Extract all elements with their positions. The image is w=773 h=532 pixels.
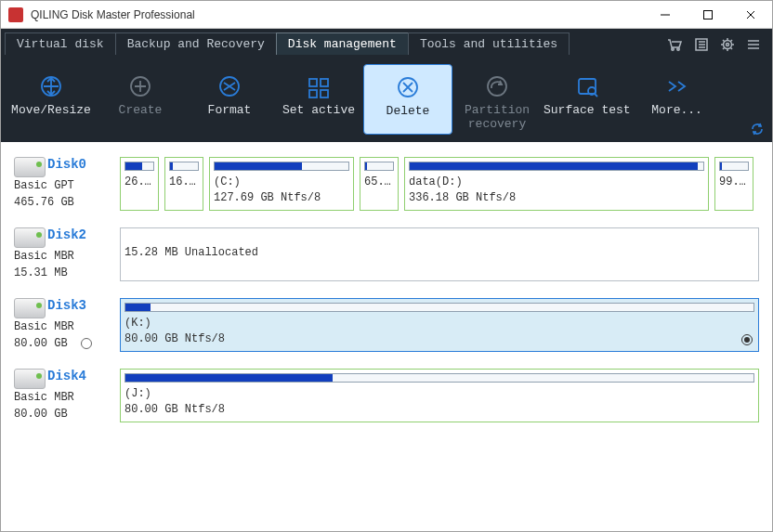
disk-icon: [14, 227, 46, 248]
partition-info: 80.00 GB Ntfs/8: [124, 331, 754, 347]
refresh-icon[interactable]: [750, 123, 765, 138]
svg-rect-10: [321, 79, 328, 86]
window-title: QILING Disk Master Professional: [31, 8, 644, 21]
partition-info: 26...: [124, 175, 154, 190]
more-icon: [635, 70, 720, 103]
tool-more[interactable]: More...: [633, 64, 722, 135]
set-active-icon: [276, 70, 361, 103]
tab-disk-management[interactable]: Disk management: [276, 32, 409, 55]
tool-delete[interactable]: Delete: [363, 64, 452, 135]
disk-type: Basic MBR: [14, 318, 111, 335]
tab-tools-and-utilities[interactable]: Tools and utilities: [408, 32, 570, 55]
svg-rect-11: [309, 90, 317, 97]
disk-name[interactable]: Disk4: [47, 369, 86, 383]
partition[interactable]: 16...: [164, 157, 203, 211]
partition[interactable]: (C:)127.69 GB Ntfs/8: [209, 157, 354, 211]
tool-partition-recovery[interactable]: Partitionrecovery: [452, 64, 542, 135]
disk-type: Basic MBR: [14, 248, 111, 265]
usage-bar: [214, 162, 349, 171]
minimize-button[interactable]: [644, 1, 687, 28]
disk-radio[interactable]: [81, 338, 92, 349]
disk-name[interactable]: Disk3: [47, 298, 86, 313]
tool-label: Move/Resize: [8, 103, 94, 117]
tool-move-resize[interactable]: Move/Resize: [7, 64, 96, 135]
disk-icon: [14, 369, 46, 389]
usage-bar: [124, 162, 154, 171]
partition-label: (J:): [124, 386, 754, 402]
disk-icon: [14, 157, 46, 177]
partition-info: 127.69 GB Ntfs/8: [214, 190, 349, 206]
partition[interactable]: 15.28 MB Unallocated: [120, 227, 759, 281]
gear-icon[interactable]: [720, 37, 735, 55]
disk-row: Disk4Basic MBR80.00 GB(J:)80.00 GB Ntfs/…: [14, 369, 759, 422]
disk-row: Disk0Basic GPT465.76 GB26...16...(C:)127…: [14, 157, 759, 211]
usage-bar: [719, 162, 749, 171]
disk-size: 80.00 GB: [14, 406, 111, 422]
usage-bar: [169, 162, 199, 171]
tab-virtual-disk[interactable]: Virtual disk: [5, 32, 116, 55]
menu-icon[interactable]: [746, 37, 761, 55]
partition-info: 15.28 MB Unallocated: [124, 245, 754, 261]
svg-rect-15: [579, 79, 596, 94]
partition[interactable]: 65...: [360, 157, 399, 211]
svg-rect-9: [309, 79, 317, 86]
format-icon: [187, 70, 272, 103]
disk-icon: [14, 298, 46, 318]
surface-test-icon: [544, 70, 631, 103]
svg-point-2: [677, 48, 679, 50]
partition-info: 65...: [364, 175, 394, 190]
tool-create[interactable]: Create: [96, 64, 185, 135]
disk-row: Disk2Basic MBR15.31 MB15.28 MB Unallocat…: [14, 227, 759, 281]
tool-label: Format: [187, 103, 272, 117]
svg-point-5: [727, 44, 729, 46]
partition-label: (C:): [214, 175, 349, 190]
tool-set-active[interactable]: Set active: [274, 64, 363, 135]
partition-info: 336.18 GB Ntfs/8: [409, 190, 704, 206]
tool-format[interactable]: Format: [185, 64, 274, 135]
tool-label: Partitionrecovery: [454, 103, 540, 131]
svg-point-1: [672, 48, 674, 50]
svg-rect-0: [704, 10, 713, 19]
tab-backup-and-recovery[interactable]: Backup and Recovery: [115, 32, 277, 55]
svg-point-14: [488, 77, 506, 96]
tool-label: Delete: [366, 104, 450, 118]
app-logo: [8, 7, 23, 22]
partition-info: 80.00 GB Ntfs/8: [124, 402, 754, 418]
tool-label: Create: [98, 103, 183, 117]
disk-size: 15.31 MB: [14, 265, 111, 281]
partition[interactable]: 26...: [120, 157, 159, 211]
tool-label: More...: [635, 103, 720, 117]
tool-label: Surface test: [544, 103, 631, 117]
svg-point-4: [724, 41, 732, 49]
move-resize-icon: [8, 70, 94, 103]
usage-bar: [409, 162, 704, 171]
create-icon: [98, 70, 183, 103]
disk-type: Basic MBR: [14, 389, 111, 406]
partition[interactable]: (J:)80.00 GB Ntfs/8: [120, 369, 759, 422]
maximize-button[interactable]: [687, 1, 729, 28]
partition[interactable]: 99...: [714, 157, 753, 211]
disk-name[interactable]: Disk0: [47, 157, 86, 172]
partition[interactable]: (K:)80.00 GB Ntfs/8: [120, 298, 759, 352]
disk-type: Basic GPT: [14, 177, 111, 194]
disk-name[interactable]: Disk2: [47, 227, 86, 242]
disk-row: Disk3Basic MBR80.00 GB (K:)80.00 GB Ntfs…: [14, 298, 759, 352]
usage-bar: [124, 373, 754, 383]
close-button[interactable]: [729, 1, 772, 28]
partition-info: 16...: [169, 175, 199, 190]
disk-size: 80.00 GB: [14, 335, 111, 352]
tool-label: Set active: [276, 103, 361, 117]
disk-size: 465.76 GB: [14, 194, 111, 211]
svg-rect-12: [321, 90, 328, 97]
usage-bar: [364, 162, 394, 171]
tool-surface-test[interactable]: Surface test: [542, 64, 633, 135]
partition-info: 99...: [719, 175, 749, 190]
partition[interactable]: data(D:)336.18 GB Ntfs/8: [404, 157, 709, 211]
partition-label: data(D:): [409, 175, 704, 190]
delete-icon: [366, 71, 450, 104]
usage-bar: [124, 303, 754, 312]
partition-recovery-icon: [454, 70, 540, 103]
cart-icon[interactable]: [666, 37, 683, 55]
list-icon[interactable]: [694, 37, 709, 55]
selected-indicator: [741, 334, 753, 345]
